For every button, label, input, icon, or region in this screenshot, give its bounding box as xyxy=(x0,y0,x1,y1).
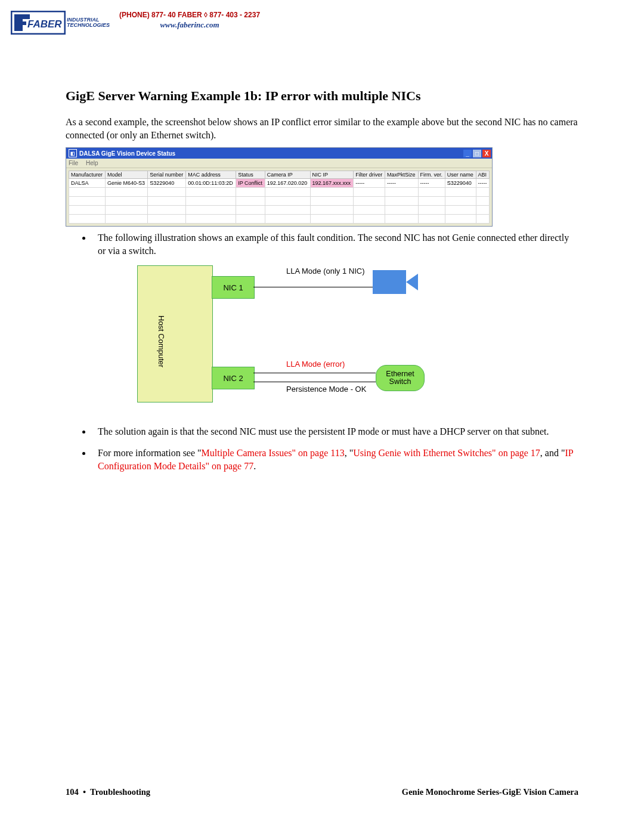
camera-icon xyxy=(373,270,406,294)
cell-ip-conflict: IP Conflict xyxy=(236,179,265,188)
device-status-window: ◧ DALSA GigE Vision Device Status _ □ X … xyxy=(66,147,493,227)
logo-subtitle: INDUSTRIAL TECHNOLOGIES xyxy=(67,17,110,29)
col-model[interactable]: Model xyxy=(106,171,148,179)
network-diagram: Host Computer NIC 1 NIC 2 Ethernet Switc… xyxy=(137,265,578,420)
page-title: GigE Server Warning Example 1b: IP error… xyxy=(66,88,578,104)
nic1-box: NIC 1 xyxy=(212,276,255,299)
intro-paragraph: As a second example, the screenshot belo… xyxy=(66,116,578,141)
col-firm[interactable]: Firm. ver. xyxy=(418,171,445,179)
window-menubar: File Help xyxy=(66,159,492,168)
label-persistence: Persistence Mode - OK xyxy=(286,385,366,394)
host-computer-label: Host Computer xyxy=(157,315,166,367)
camera-lens-icon xyxy=(406,274,418,290)
phone-line: (PHONE) 877- 40 FABER ◊ 877- 403 - 2237 xyxy=(119,11,260,19)
diamond-icon: ◊ xyxy=(204,11,209,19)
page-footer: 104 • Troubleshooting Genie Monochrome S… xyxy=(66,787,578,797)
col-maxpkt[interactable]: MaxPktSize xyxy=(385,171,418,179)
col-manufacturer[interactable]: Manufacturer xyxy=(69,171,106,179)
link-nic2-switch-b xyxy=(253,382,376,382)
footer-right: Genie Monochrome Series-GigE Vision Came… xyxy=(402,787,578,797)
col-status[interactable]: Status xyxy=(236,171,265,179)
ethernet-switch-box: Ethernet Switch xyxy=(376,365,425,391)
link-ethernet-switches[interactable]: Using Genie with Ethernet Switches" on p… xyxy=(353,448,540,458)
footer-left: 104 • Troubleshooting xyxy=(66,787,150,797)
close-button[interactable]: X xyxy=(482,150,491,157)
col-nic-ip[interactable]: NIC IP xyxy=(310,171,354,179)
app-icon: ◧ xyxy=(69,149,77,157)
device-table: Manufacturer Model Serial number MAC add… xyxy=(69,171,490,224)
website-link[interactable]: www.faberinc.com xyxy=(119,20,260,30)
window-titlebar: ◧ DALSA GigE Vision Device Status _ □ X xyxy=(66,148,492,159)
table-header-row: Manufacturer Model Serial number MAC add… xyxy=(69,171,490,179)
table-row[interactable]: DALSA Genie M640-S3 S3229040 00.01:0D:11… xyxy=(69,179,490,188)
page-header: FABER INDUSTRIAL TECHNOLOGIES (PHONE) 87… xyxy=(0,0,644,35)
link-nic1-camera xyxy=(253,287,373,287)
label-lla-ok: LLA Mode (only 1 NIC) xyxy=(286,267,365,275)
col-serial[interactable]: Serial number xyxy=(148,171,186,179)
svg-rect-3 xyxy=(14,21,26,25)
col-user[interactable]: User name xyxy=(445,171,476,179)
bullet-more-info: For more information see "Multiple Camer… xyxy=(92,447,578,472)
maximize-button[interactable]: □ xyxy=(473,150,481,157)
header-contact: (PHONE) 877- 40 FABER ◊ 877- 403 - 2237 … xyxy=(119,11,260,30)
table-row xyxy=(69,188,490,197)
menu-file[interactable]: File xyxy=(69,160,78,166)
col-filter[interactable]: Filter driver xyxy=(354,171,385,179)
bullet-solution: The solution again is that the second NI… xyxy=(92,425,578,438)
bullet-illustration: The following illustration shows an exam… xyxy=(92,231,578,257)
menu-help[interactable]: Help xyxy=(86,160,98,166)
logo: FABER INDUSTRIAL TECHNOLOGIES xyxy=(11,11,110,35)
link-multiple-camera[interactable]: Multiple Camera Issues" on page 113 xyxy=(202,448,345,458)
window-title: DALSA GigE Vision Device Status xyxy=(79,150,175,157)
host-computer-box xyxy=(137,265,213,402)
col-mac[interactable]: MAC address xyxy=(186,171,236,179)
minimize-button[interactable]: _ xyxy=(463,150,472,157)
faber-logo-icon: FABER xyxy=(11,11,66,35)
svg-text:FABER: FABER xyxy=(27,18,62,30)
table-row xyxy=(69,206,490,215)
label-lla-error: LLA Mode (error) xyxy=(286,360,345,368)
link-nic2-switch-a xyxy=(253,373,376,373)
table-row xyxy=(69,197,490,206)
cell-nic-ip-error: 192.167.xxx.xxx xyxy=(310,179,354,188)
col-abi[interactable]: ABI xyxy=(476,171,489,179)
col-camera-ip[interactable]: Camera IP xyxy=(265,171,310,179)
table-row xyxy=(69,215,490,224)
nic2-box: NIC 2 xyxy=(212,367,255,389)
